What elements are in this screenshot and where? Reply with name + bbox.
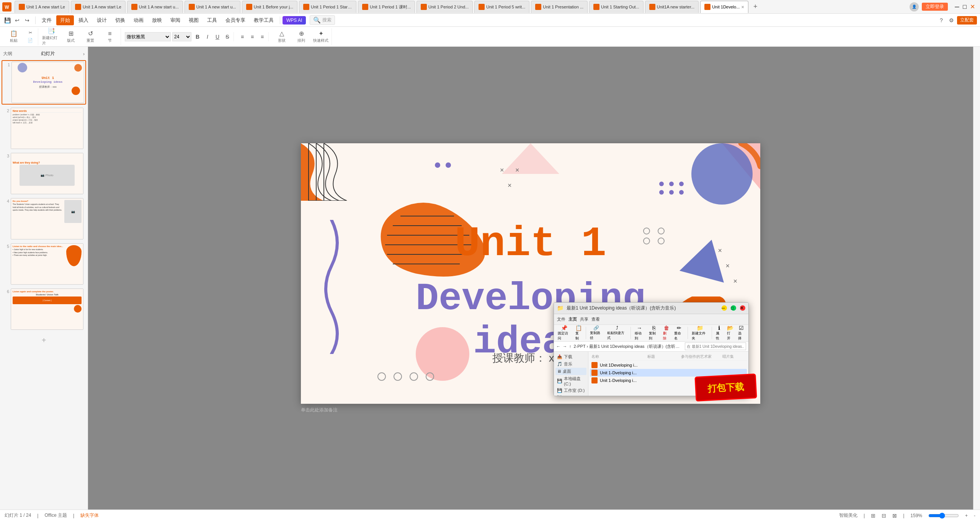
fe-tab-file[interactable]: 文件 bbox=[557, 316, 565, 322]
paste-button[interactable]: 📋 粘贴 bbox=[5, 28, 23, 45]
cut-button[interactable]: ✂ bbox=[24, 29, 36, 36]
fe-select-btn[interactable]: ☑ 选择 bbox=[737, 325, 746, 342]
login-button[interactable]: 立即登录 bbox=[922, 3, 948, 11]
wps-ai-button[interactable]: WPS AI bbox=[283, 16, 306, 25]
italic-button[interactable]: I bbox=[203, 32, 212, 41]
view-normal-btn[interactable]: ⊞ bbox=[871, 513, 875, 519]
view-reading-btn[interactable]: ⊠ bbox=[892, 513, 897, 519]
slide-item-1[interactable]: 1 Unit 1 Developing ideas 授课教师：xxx bbox=[2, 60, 86, 105]
search-box[interactable]: 🔍 搜索 bbox=[310, 15, 335, 25]
fe-forward-icon[interactable]: → bbox=[563, 344, 567, 349]
fe-file-1[interactable]: Unit 1Developing i... bbox=[590, 361, 747, 369]
minimize-button[interactable]: ─ bbox=[954, 4, 960, 10]
tab-close-icon[interactable]: ✕ bbox=[741, 5, 744, 9]
tab-6[interactable]: Unit 1 Period 1 Start... bbox=[299, 1, 356, 13]
zoom-slider[interactable] bbox=[928, 513, 959, 519]
new-slide-button[interactable]: 📑 新建幻灯片 bbox=[42, 28, 60, 45]
undo-icon[interactable]: ↩ bbox=[13, 16, 21, 25]
tab-1[interactable]: Unit 1 A new start Le bbox=[15, 1, 69, 13]
fe-copy-path-btn[interactable]: 🔗 复制路径 bbox=[588, 325, 604, 342]
missing-font[interactable]: 缺失字体 bbox=[80, 512, 99, 519]
download-badge[interactable]: 打包下载 bbox=[694, 373, 757, 401]
fe-close-btn[interactable]: ✕ bbox=[740, 305, 745, 311]
fe-search-input[interactable] bbox=[685, 342, 746, 350]
fe-pin-btn[interactable]: 📌 固定访问 bbox=[556, 325, 572, 342]
fe-props-btn[interactable]: ℹ 属性 bbox=[714, 325, 724, 342]
collab-button[interactable]: 立配套 bbox=[957, 16, 977, 25]
collapse-panel-icon[interactable]: › bbox=[83, 51, 85, 57]
slide-canvas[interactable]: × × × × × × bbox=[301, 143, 760, 404]
outline-toggle[interactable]: 大纲 bbox=[3, 51, 12, 57]
quick-style-button[interactable]: ✦ 快速样式 bbox=[312, 28, 330, 45]
fe-minimize-btn[interactable]: ─ bbox=[722, 305, 727, 311]
fe-copy2-btn[interactable]: ⎘ 复制到 bbox=[647, 325, 660, 342]
bold-button[interactable]: B bbox=[193, 32, 202, 41]
zoom-out-btn[interactable]: - bbox=[974, 513, 975, 518]
fe-sidebar-desktop[interactable]: 🖥桌面 bbox=[555, 368, 586, 375]
office-theme[interactable]: Office 主题 bbox=[44, 512, 67, 519]
view-browse-btn[interactable]: ⊟ bbox=[882, 513, 886, 519]
menu-view[interactable]: 视图 bbox=[185, 15, 203, 25]
tab-4[interactable]: Unit 1 A new start u... bbox=[185, 1, 240, 13]
slides-toggle[interactable]: 幻灯片 bbox=[41, 51, 55, 57]
menu-tools[interactable]: 工具 bbox=[203, 15, 221, 25]
strikethrough-button[interactable]: S bbox=[223, 32, 232, 41]
shape-button[interactable]: △ 形状 bbox=[273, 28, 291, 45]
settings-icon[interactable]: ⚙ bbox=[947, 16, 956, 25]
fe-shortcut-btn[interactable]: ⤴ 粘贴快捷方式 bbox=[606, 325, 628, 342]
fe-sidebar-downloads[interactable]: 📥下载 bbox=[555, 353, 586, 360]
section-button[interactable]: ≡ 节 bbox=[101, 28, 119, 45]
font-size-select[interactable]: 24 bbox=[172, 32, 191, 41]
fe-back-icon[interactable]: ← bbox=[556, 344, 560, 349]
tab-13[interactable]: Unit 1Develo... ✕ bbox=[700, 1, 748, 13]
layout-button[interactable]: ⊞ 版式 bbox=[62, 28, 80, 45]
tab-5[interactable]: Unit 1 Before your j... bbox=[242, 1, 297, 13]
fe-new-folder-btn[interactable]: 📁 新建文件夹 bbox=[690, 325, 709, 342]
fe-sidebar-work-d[interactable]: 💾工作室 (D:) bbox=[555, 387, 586, 394]
fe-up-icon[interactable]: ↑ bbox=[569, 344, 572, 349]
reset-button[interactable]: ↺ 重置 bbox=[81, 28, 100, 45]
fe-open-btn[interactable]: 📂 打开 bbox=[725, 325, 735, 342]
redo-icon[interactable]: ↪ bbox=[23, 16, 31, 25]
close-button[interactable]: ✕ bbox=[969, 4, 975, 10]
maximize-button[interactable]: □ bbox=[962, 4, 968, 10]
underline-button[interactable]: U bbox=[213, 32, 222, 41]
menu-design[interactable]: 设计 bbox=[93, 15, 111, 25]
tab-11[interactable]: Unit 1 Starting Out... bbox=[589, 1, 644, 13]
tab-3[interactable]: Unit 1 A new start u... bbox=[127, 1, 183, 13]
fe-sidebar-special-e[interactable]: 💾专题盘 (E:) bbox=[555, 394, 586, 396]
arrange-button[interactable]: ⊕ 排列 bbox=[292, 28, 310, 45]
slide-item-5[interactable]: 5 Listen to the radio and choose the mai… bbox=[2, 242, 86, 285]
menu-animation[interactable]: 动画 bbox=[130, 15, 147, 25]
fe-tab-share[interactable]: 共享 bbox=[580, 316, 588, 322]
menu-transition[interactable]: 切换 bbox=[111, 15, 129, 25]
add-slide-hint[interactable]: + bbox=[2, 333, 86, 349]
save-icon[interactable]: 💾 bbox=[3, 16, 11, 25]
menu-insert[interactable]: 插入 bbox=[75, 15, 92, 25]
menu-teaching[interactable]: 教学工具 bbox=[250, 15, 278, 25]
help-icon[interactable]: ? bbox=[937, 16, 946, 25]
align-center-button[interactable]: ≡ bbox=[248, 32, 257, 41]
fe-maximize-btn[interactable]: □ bbox=[731, 305, 736, 311]
align-right-button[interactable]: ≡ bbox=[258, 32, 267, 41]
tab-9[interactable]: Unit 1 Period 5 writ... bbox=[474, 1, 529, 13]
fe-delete-btn[interactable]: 🗑 删除 bbox=[662, 325, 671, 342]
tab-10[interactable]: Unit 1 Presentation ... bbox=[531, 1, 588, 13]
fe-move-btn[interactable]: → 移动到 bbox=[633, 325, 646, 342]
menu-slideshow[interactable]: 放映 bbox=[148, 15, 166, 25]
new-tab-button[interactable]: + bbox=[750, 2, 761, 12]
fe-sidebar-local-c[interactable]: 💾本地磁盘 (C:) bbox=[555, 375, 586, 387]
fe-tab-view[interactable]: 查看 bbox=[591, 316, 600, 322]
fe-sidebar-music[interactable]: 🎵音乐 bbox=[555, 360, 586, 368]
slide-item-4[interactable]: 4 Do you know? The Students' Union suppo… bbox=[2, 197, 86, 240]
fe-copy-btn[interactable]: 📋 复制 bbox=[574, 325, 583, 342]
fe-tab-home[interactable]: 主页 bbox=[568, 316, 577, 322]
menu-review[interactable]: 审阅 bbox=[167, 15, 184, 25]
tab-7[interactable]: Unit 1 Period 1 课时... bbox=[358, 1, 415, 13]
canvas-annotation[interactable]: 单击此处添加备注 bbox=[301, 407, 760, 413]
fe-rename-btn[interactable]: ✏ 重命名 bbox=[673, 325, 685, 342]
copy-button[interactable]: 📄 bbox=[24, 37, 36, 44]
slide-item-6[interactable]: 6 Listen again and complete the poster. … bbox=[2, 288, 86, 331]
smart-enhance[interactable]: 智能美化 bbox=[839, 512, 858, 519]
font-family-select[interactable]: 微软雅黑 bbox=[125, 32, 171, 41]
